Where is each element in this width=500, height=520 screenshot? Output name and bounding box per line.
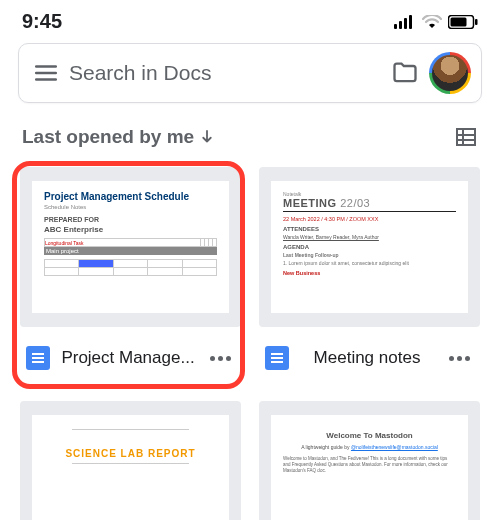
preview-agenda-lbl: AGENDA — [283, 244, 456, 250]
sort-selector[interactable]: Last opened by me — [22, 126, 216, 148]
svg-rect-7 — [457, 129, 475, 145]
doc-thumbnail: Project Management Schedule Schedule Not… — [20, 167, 241, 327]
preview-link: @nolifeisthenewslife@mastodon.social — [351, 444, 438, 450]
svg-rect-6 — [475, 19, 478, 25]
account-avatar[interactable] — [429, 52, 471, 94]
preview-agenda-line: 1. Lorem ipsum dolor sit amet, consectet… — [283, 260, 456, 266]
arrow-down-icon — [198, 128, 216, 146]
doc-title: Project Manage... — [58, 337, 198, 379]
doc-card-mastodon[interactable]: Welcome To Mastodon A lightweight guide … — [259, 401, 480, 520]
preview-heading: Project Management Schedule — [44, 191, 217, 202]
svg-rect-5 — [451, 17, 467, 26]
more-options-icon[interactable] — [206, 356, 235, 361]
sort-label-text: Last opened by me — [22, 126, 194, 148]
doc-title: Meeting notes — [297, 337, 437, 379]
doc-card-project-management[interactable]: Project Management Schedule Schedule Not… — [20, 167, 241, 383]
search-placeholder: Search in Docs — [69, 61, 381, 85]
preview-new-lbl: New Business — [283, 270, 456, 276]
folder-icon[interactable] — [391, 59, 419, 87]
search-bar[interactable]: Search in Docs — [18, 43, 482, 103]
svg-rect-0 — [394, 24, 397, 29]
status-bar: 9:45 — [0, 0, 500, 37]
preview-prepfor-lbl: PREPARED FOR — [44, 216, 217, 223]
doc-thumbnail: SCIENCE LAB REPORT — [20, 401, 241, 520]
preview-attendees: Wanda Writer, Barney Reader, Myra Author — [283, 234, 456, 240]
hamburger-menu-icon[interactable] — [33, 60, 59, 86]
list-view-toggle-icon[interactable] — [454, 125, 478, 149]
preview-sub: Schedule Notes — [44, 204, 217, 210]
svg-rect-1 — [399, 21, 402, 29]
battery-icon — [448, 15, 478, 29]
svg-rect-2 — [404, 18, 407, 29]
preview-attendees-lbl: ATTENDEES — [283, 226, 456, 232]
doc-thumbnail: Notetalk MEETING 22/03 22 March 2022 / 4… — [259, 167, 480, 327]
docs-file-icon — [26, 346, 50, 370]
status-icons — [394, 15, 478, 29]
wifi-icon — [422, 15, 442, 29]
preview-byline: A lightweight guide by — [301, 444, 349, 450]
svg-rect-3 — [409, 15, 412, 29]
doc-card-science-lab[interactable]: SCIENCE LAB REPORT — [20, 401, 241, 520]
doc-thumbnail: Welcome To Mastodon A lightweight guide … — [259, 401, 480, 520]
preview-agenda-item: Last Meeting Follow-up — [283, 252, 456, 258]
doc-card-meeting-notes[interactable]: Notetalk MEETING 22/03 22 March 2022 / 4… — [259, 167, 480, 383]
preview-section: Main project — [44, 247, 217, 255]
preview-heading: SCIENCE LAB REPORT — [44, 448, 217, 459]
clock-time: 9:45 — [22, 10, 62, 33]
preview-heading-light: 22/03 — [340, 197, 370, 209]
more-options-icon[interactable] — [445, 356, 474, 361]
preview-heading: Welcome To Mastodon — [283, 431, 456, 440]
preview-heading-strong: MEETING — [283, 197, 337, 209]
preview-para: Welcome to Mastodon, and The Fediverse! … — [283, 456, 456, 474]
docs-file-icon — [265, 346, 289, 370]
document-grid: Project Management Schedule Schedule Not… — [0, 155, 500, 520]
cellular-icon — [394, 15, 416, 29]
preview-meta: 22 March 2022 / 4:30 PM / ZOOM XXX — [283, 216, 456, 222]
preview-prepfor: ABC Enterprise — [44, 225, 217, 234]
